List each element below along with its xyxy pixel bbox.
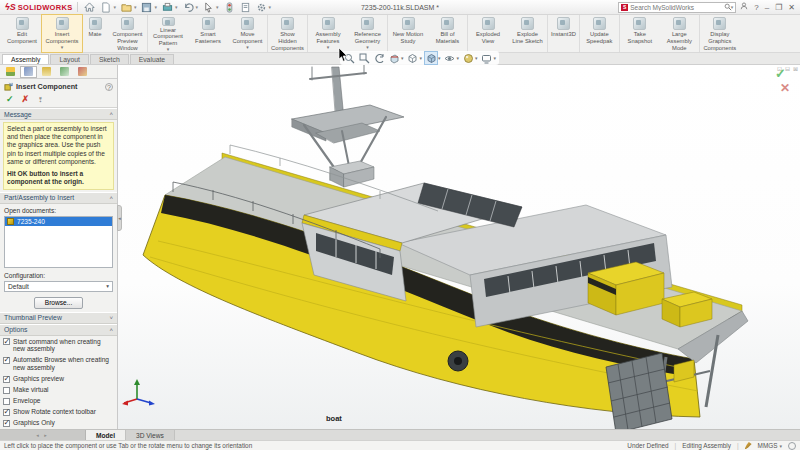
graphics-area[interactable]: ⊡⊟⊠ ✓ ✕ — [118, 65, 800, 429]
command-tab[interactable]: Sketch — [90, 54, 129, 64]
hide-show-caret-icon[interactable]: ▾ — [457, 55, 460, 61]
option-checkbox-row[interactable]: Envelope — [3, 397, 114, 405]
save-caret-icon[interactable]: ▾ — [154, 4, 157, 10]
browse-button[interactable]: Browse... — [34, 297, 83, 309]
cancel-button[interactable]: ✗ — [22, 94, 30, 104]
boat-assembly-model[interactable] — [118, 65, 800, 429]
document-tab[interactable]: Model — [86, 430, 126, 440]
displaymanager-tab[interactable] — [74, 66, 91, 78]
search-input[interactable] — [630, 4, 721, 11]
minimize-button[interactable]: – — [765, 3, 769, 12]
checkbox-icon[interactable] — [3, 398, 10, 405]
select-caret-icon[interactable]: ▾ — [216, 4, 219, 10]
help-menu[interactable]: ? — [754, 3, 758, 12]
ribbon-button[interactable]: Update Speedpak ▾ — [580, 15, 620, 52]
checkbox-icon[interactable] — [3, 376, 10, 383]
open-document-item[interactable]: 7235-240 — [5, 217, 112, 226]
ribbon-button[interactable]: Linear Component Pattern ▾ — [148, 15, 188, 52]
hide-show-items-icon[interactable] — [444, 52, 456, 64]
ribbon-button[interactable]: Instant3D ▾ — [548, 15, 580, 52]
edit-appearance-icon[interactable] — [462, 52, 474, 64]
print-icon[interactable] — [162, 2, 173, 13]
part-assembly-section-header[interactable]: Part/Assembly to Insert ˄ — [0, 192, 117, 204]
ribbon-button[interactable]: Reference Geometry ▾ — [348, 15, 388, 52]
tab-scroll-arrows[interactable]: ◂ ▸ — [0, 430, 86, 440]
ribbon-button[interactable]: Component Preview Window ▾ — [108, 15, 148, 52]
option-checkbox-row[interactable]: Start command when creating new assembly — [3, 338, 114, 353]
view-orientation-icon[interactable] — [407, 52, 419, 64]
appearance-caret-icon[interactable]: ▾ — [475, 55, 478, 61]
ribbon-button[interactable]: Smart Fasteners ▾ — [188, 15, 228, 52]
ribbon-button[interactable]: Insert Components ▾ — [42, 15, 82, 52]
checkbox-icon[interactable] — [3, 420, 10, 427]
command-tab[interactable]: Evaluate — [130, 54, 174, 64]
display-style-icon[interactable] — [425, 52, 437, 64]
status-gear-icon[interactable] — [788, 442, 796, 450]
orientation-caret-icon[interactable]: ▾ — [420, 55, 423, 61]
save-icon[interactable] — [141, 2, 152, 13]
previous-view-icon[interactable] — [373, 52, 385, 64]
help-icon[interactable]: ? — [105, 83, 113, 91]
restore-button[interactable]: ❐ — [775, 3, 782, 12]
ribbon-button[interactable]: Explode Line Sketch ▾ — [508, 15, 548, 52]
home-icon[interactable] — [84, 2, 95, 13]
file-properties-icon[interactable] — [240, 2, 251, 13]
undo-icon[interactable] — [183, 2, 194, 13]
checkbox-icon[interactable] — [3, 338, 10, 345]
checkbox-icon[interactable] — [3, 357, 10, 364]
print-caret-icon[interactable]: ▾ — [175, 4, 178, 10]
undo-caret-icon[interactable]: ▾ — [196, 4, 199, 10]
view-settings-icon[interactable] — [481, 52, 493, 64]
panel-splitter-handle[interactable]: ◂ — [117, 205, 122, 231]
vp-max-icon[interactable]: ⊠ — [793, 65, 798, 72]
ribbon-button[interactable]: Assembly Features ▾ — [308, 15, 348, 52]
zoom-to-area-icon[interactable] — [358, 52, 370, 64]
featuremanager-tree-tab[interactable] — [2, 66, 19, 78]
view-settings-caret-icon[interactable]: ▾ — [494, 55, 497, 61]
search-box[interactable]: S ▾ — [618, 2, 736, 13]
configurationmanager-tab[interactable] — [38, 66, 55, 78]
units-dropdown[interactable]: MMGS ▾ — [758, 442, 782, 449]
ribbon-button[interactable]: Bill of Materials ▾ — [428, 15, 468, 52]
dimxpertmanager-tab[interactable] — [56, 66, 73, 78]
option-checkbox-row[interactable]: Graphics Only — [3, 419, 114, 427]
open-documents-list[interactable]: 7235-240 — [4, 216, 113, 268]
confirm-ok-icon[interactable]: ✓ — [775, 67, 786, 80]
ribbon-button[interactable]: Move Component ▾ — [228, 15, 268, 52]
display-style-caret-icon[interactable]: ▾ — [438, 55, 441, 61]
ribbon-button[interactable]: New Motion Study ▾ — [388, 15, 428, 52]
options-caret-icon[interactable]: ▾ — [269, 4, 272, 10]
ribbon-button[interactable]: Large Assembly Mode ▾ — [660, 15, 700, 52]
checkbox-icon[interactable] — [3, 387, 10, 394]
user-account-icon[interactable] — [740, 2, 748, 12]
document-tab[interactable]: 3D Views — [126, 430, 175, 440]
pin-button[interactable]: ➴ — [35, 93, 46, 104]
confirm-cancel-icon[interactable]: ✕ — [780, 82, 790, 94]
propertymanager-tab[interactable] — [20, 66, 37, 78]
option-checkbox-row[interactable]: Make virtual — [3, 386, 114, 394]
ok-button[interactable]: ✓ — [6, 94, 14, 104]
close-button[interactable]: ✕ — [788, 3, 795, 12]
thumbnail-preview-section-header[interactable]: Thumbnail Preview ˅ — [0, 312, 117, 324]
section-caret-icon[interactable]: ▾ — [401, 55, 404, 61]
ribbon-button[interactable]: Mate ▾ — [82, 15, 108, 52]
new-document-icon[interactable] — [100, 2, 111, 13]
options-section-header[interactable]: Options ˄ — [0, 324, 117, 336]
section-view-icon[interactable] — [388, 52, 400, 64]
ribbon-button[interactable]: Show Hidden Components ▾ — [268, 15, 308, 52]
open-icon[interactable] — [121, 2, 132, 13]
ribbon-button[interactable]: Display Graphics Components ▾ — [700, 15, 740, 52]
new-caret-icon[interactable]: ▾ — [113, 4, 116, 10]
command-tab[interactable]: Layout — [50, 54, 88, 64]
ribbon-button[interactable]: Edit Component ▾ — [2, 15, 42, 52]
configuration-dropdown[interactable]: Default ▾ — [4, 281, 113, 292]
option-checkbox-row[interactable]: Automatic Browse when creating new assem… — [3, 356, 114, 371]
command-tab[interactable]: Assembly — [2, 54, 49, 64]
open-caret-icon[interactable]: ▾ — [134, 4, 137, 10]
option-checkbox-row[interactable]: Show Rotate context toolbar — [3, 408, 114, 416]
ribbon-button[interactable]: Take Snapshot ▾ — [620, 15, 660, 52]
option-checkbox-row[interactable]: Graphics preview — [3, 375, 114, 383]
search-caret-icon[interactable]: ▾ — [731, 4, 734, 10]
checkbox-icon[interactable] — [3, 409, 10, 416]
ribbon-button[interactable]: Exploded View ▾ — [468, 15, 508, 52]
